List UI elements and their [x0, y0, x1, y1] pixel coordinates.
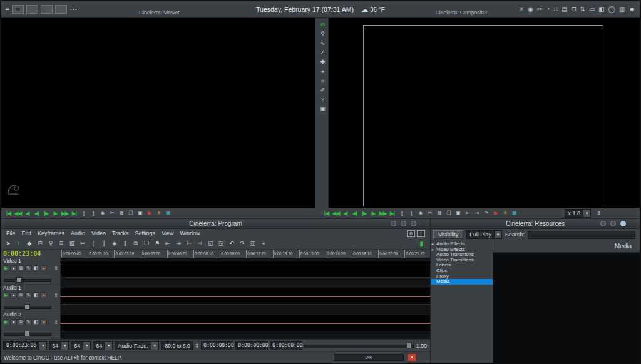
viewer-canvas[interactable]: [1, 18, 317, 208]
play-button[interactable]: ▶: [51, 209, 59, 218]
timer-icon[interactable]: ◔: [546, 6, 550, 13]
shield-icon[interactable]: ◉: [528, 6, 533, 13]
chevron-down-icon[interactable]: ▼: [151, 342, 158, 350]
zoom-selection-button[interactable]: ⚲: [46, 239, 56, 248]
undo-button[interactable]: ↶: [227, 239, 237, 248]
taskbar-window-2[interactable]: [26, 5, 38, 14]
asset-icon[interactable]: ✳: [155, 209, 163, 218]
sample-zoom-combo[interactable]: 64 ▼: [49, 341, 69, 350]
resources-titlebar[interactable]: Cinelerra: Resources: [431, 219, 640, 229]
display-icon[interactable]: ▭: [589, 6, 595, 13]
goto-position-button[interactable]: ▶: [145, 209, 153, 218]
cut-button[interactable]: ✂: [78, 239, 88, 248]
track-mute-button[interactable]: ◧: [33, 292, 39, 298]
printer-icon[interactable]: ⊟: [571, 6, 576, 13]
paste-button[interactable]: ❐: [444, 209, 453, 218]
audio-track-row[interactable]: [61, 315, 430, 331]
prev-edit-button[interactable]: ⇤: [463, 209, 471, 218]
overwrite-button[interactable]: ▣: [136, 209, 144, 218]
fast-reverse-button[interactable]: ◀◀: [332, 209, 340, 218]
dots-menu-icon[interactable]: ∷: [553, 6, 557, 13]
auto-keyframe-button[interactable]: ◆: [24, 239, 34, 248]
chevron-down-icon[interactable]: ▼: [83, 342, 90, 350]
prev-edit-button[interactable]: ⊢: [184, 239, 194, 248]
goto-button[interactable]: ⌖: [259, 239, 269, 248]
maximize-button[interactable]: [401, 221, 406, 226]
range-stepper[interactable]: ⇕: [195, 343, 200, 349]
frame-forward-button[interactable]: |▶: [360, 209, 368, 218]
span-keyframe-button[interactable]: ⊡: [35, 239, 45, 248]
clip-info-button[interactable]: ◈: [98, 209, 106, 218]
media-list-area[interactable]: [493, 252, 640, 363]
track-name[interactable]: Audio 2: [1, 311, 60, 318]
track-play-button[interactable]: ▶: [3, 292, 9, 298]
menu-item[interactable]: View: [158, 230, 177, 236]
taskbar-window-1[interactable]: ▦: [12, 5, 24, 14]
ibeam-mode-button[interactable]: I: [14, 239, 24, 248]
chevron-down-icon[interactable]: ▼: [583, 210, 590, 217]
track-gang-button[interactable]: ⧉: [18, 292, 24, 298]
overwrite-button[interactable]: ▣: [454, 209, 462, 218]
selection-end-field[interactable]: 0:00:00:00: [270, 341, 302, 350]
goto-position-button[interactable]: ▶: [491, 209, 500, 218]
track-master-button[interactable]: ●: [40, 319, 47, 325]
duration-combo[interactable]: 0:00:23:06 ▼: [3, 341, 47, 350]
magnify-tool[interactable]: ⚲: [319, 30, 327, 38]
volume-icon[interactable]: ◧: [598, 6, 604, 13]
chart-icon[interactable]: ▥: [619, 6, 625, 13]
track-expander[interactable]: ⇕: [54, 266, 58, 271]
track-fader[interactable]: [4, 304, 51, 310]
frame-reverse-button[interactable]: ◀|: [351, 209, 359, 218]
close-button[interactable]: [620, 221, 626, 226]
levels-button[interactable]: ≣: [56, 239, 66, 248]
eyedropper-tool[interactable]: ✐: [319, 86, 327, 94]
mixer-button[interactable]: ◫: [248, 239, 258, 248]
next-label-button[interactable]: ⇥: [173, 239, 183, 248]
track-gang-button[interactable]: ⧉: [18, 319, 24, 325]
next-edit-button[interactable]: ⊣: [195, 239, 205, 248]
play-mode-combo[interactable]: Full Play ▼: [466, 230, 502, 239]
panel-overflow-icon[interactable]: ⋯: [69, 5, 77, 14]
menu-item[interactable]: Tracks: [109, 230, 132, 236]
snapshot-button[interactable]: ▨: [67, 239, 77, 248]
selection-length-field[interactable]: 0:00:00:00: [235, 341, 268, 350]
play-button[interactable]: ▶: [369, 209, 377, 218]
taskbar-window-3[interactable]: [41, 5, 53, 14]
track-expander[interactable]: ⇕: [54, 293, 58, 298]
visibility-button[interactable]: Visibility: [433, 230, 463, 239]
in-point-button[interactable]: [: [79, 209, 88, 218]
safe-regions-button[interactable]: ▣: [319, 105, 327, 113]
minimize-button[interactable]: [600, 221, 606, 226]
track-mute-button[interactable]: ◧: [33, 319, 39, 325]
fit-curves-button[interactable]: ◲: [216, 239, 226, 248]
track-play-button[interactable]: ▶: [3, 319, 9, 325]
clip-info-button[interactable]: ◈: [416, 209, 424, 218]
taskbar-window-4[interactable]: [55, 5, 67, 14]
track-draw-button[interactable]: ✎: [25, 292, 32, 298]
auto-type-combo[interactable]: Audio Fade: ▼: [115, 341, 159, 350]
mask-tool[interactable]: ∿: [319, 39, 327, 47]
fast-forward-button[interactable]: ▶▶: [379, 209, 387, 218]
cancel-button[interactable]: ✕: [408, 353, 416, 361]
track-zoom-combo[interactable]: 64 ▼: [93, 341, 113, 350]
network-icon[interactable]: ⇅: [580, 6, 585, 13]
menu-item[interactable]: Edit: [19, 230, 35, 236]
applications-menu-icon[interactable]: ≡: [5, 5, 9, 14]
auto-range-field[interactable]: -80.0 to 6.0: [161, 341, 193, 350]
chevron-down-icon[interactable]: ▼: [39, 342, 46, 350]
in-point-button[interactable]: [: [397, 209, 406, 218]
info-box[interactable]: i: [417, 230, 425, 237]
film-icon[interactable]: ▦: [164, 209, 172, 218]
track-arm-button[interactable]: ●: [10, 319, 17, 325]
goto-start-button[interactable]: |◀: [4, 209, 13, 218]
fader-handle[interactable]: [16, 277, 22, 283]
track-fader[interactable]: [4, 331, 51, 336]
compositor-zoom-combo[interactable]: x 1.0 ▼: [565, 209, 591, 218]
out-point-button[interactable]: ]: [99, 239, 109, 248]
prev-label-button[interactable]: ⇤: [163, 239, 173, 248]
video-track-row[interactable]: [61, 261, 430, 278]
fast-forward-button[interactable]: ▶▶: [61, 209, 69, 218]
reverse-play-button[interactable]: ◀: [341, 209, 349, 218]
projector-tool[interactable]: ⌖: [319, 68, 327, 75]
track-gang-button[interactable]: ⧉: [18, 265, 24, 271]
